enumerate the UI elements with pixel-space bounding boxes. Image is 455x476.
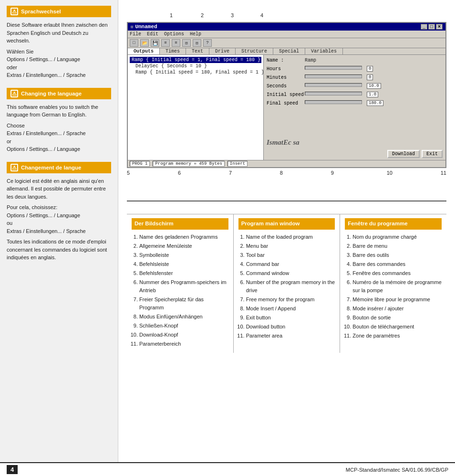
- callouts-bottom: 5 6 7 8 9 10 11: [127, 168, 446, 176]
- list-item: Freier Speicherplatz für das Programm: [139, 296, 228, 312]
- list-item: Free memory for the program: [246, 296, 335, 304]
- parameter-panel: Name : Ramp Hours 0: [264, 55, 445, 160]
- tree-item-1[interactable]: Ramp { Initial speed = 1, Final speed = …: [130, 57, 261, 63]
- list-item: Command window: [246, 269, 335, 277]
- list-item: Nummer des Programm-speichers im Antrieb: [139, 278, 228, 295]
- final-speed-row: Final speed 180.0: [267, 100, 443, 106]
- list-item: Bouton de sortie: [352, 314, 442, 322]
- ismatec-logo: IsmatEc sa: [267, 138, 300, 147]
- list-item: Command bar: [246, 260, 335, 268]
- tb-new[interactable]: □: [130, 39, 138, 47]
- diagram-tabs: Outputs Times Text Drive Structure Speci…: [128, 48, 445, 55]
- diagram-toolbar: □ 📂 💾 ≡ ≡ ⊡ ⊡ ?: [128, 38, 445, 48]
- sidebar-title-3: ⚠ Changement de langue: [7, 162, 111, 173]
- final-speed-slider[interactable]: 180.0: [305, 100, 443, 106]
- callout-1: 1: [170, 12, 173, 18]
- diagram-body: Ramp { Initial speed = 1, Final speed = …: [128, 55, 445, 160]
- download-button[interactable]: Download: [387, 150, 420, 158]
- minutes-slider[interactable]: 0: [305, 74, 443, 80]
- list-item: Mémoire libre pour le programme: [352, 296, 442, 304]
- section-divider: [127, 201, 446, 201]
- menu-options[interactable]: Options: [164, 32, 184, 37]
- hours-row: Hours 0: [267, 66, 443, 72]
- sidebar: ⚠ Sprachwechsel Diese Software erlaubt I…: [0, 0, 118, 462]
- seconds-row: Seconds 10.0: [267, 83, 443, 89]
- tab-drive[interactable]: Drive: [209, 48, 236, 54]
- titlebar-buttons: _ □ ×: [421, 24, 443, 30]
- tab-outputs[interactable]: Outputs: [128, 48, 160, 54]
- tab-structure[interactable]: Structure: [236, 48, 273, 54]
- seconds-slider[interactable]: 10.0: [305, 83, 443, 89]
- bottom-title-en: Program main window: [238, 218, 335, 230]
- tree-item-2[interactable]: DelaySec { Seconds = 10 }: [130, 63, 261, 69]
- callout-10: 10: [387, 170, 393, 176]
- list-item: Numéro de la mémoire de programme sur la…: [352, 278, 442, 295]
- callout-4: 4: [260, 12, 263, 18]
- tb-save[interactable]: 💾: [151, 39, 159, 47]
- tb-help[interactable]: ?: [203, 39, 212, 47]
- list-item: Parameter area: [246, 332, 335, 340]
- list-item: Barre des commandes: [352, 260, 442, 268]
- list-item: Befehlsfenster: [139, 269, 228, 277]
- tab-variables[interactable]: Variables: [305, 48, 343, 54]
- list-item: Number of the program memory in the driv…: [246, 278, 335, 295]
- name-row: Name : Ramp: [267, 58, 443, 63]
- diagram-statusbar: PROG 1 Program memory = 459 Bytes Insert: [128, 160, 445, 167]
- menu-edit[interactable]: Edit: [147, 32, 158, 37]
- list-item: Mode insérer / ajouter: [352, 305, 442, 313]
- tab-times[interactable]: Times: [160, 48, 186, 54]
- warning-icon-3: ⚠: [10, 164, 18, 171]
- hours-slider[interactable]: 0: [305, 66, 443, 72]
- minutes-label: Minutes: [267, 75, 305, 80]
- sidebar-title-1: ⚠ Sprachwechsel: [7, 6, 111, 17]
- maximize-button[interactable]: □: [428, 24, 435, 30]
- callout-3: 3: [231, 12, 234, 18]
- list-item: Bouton de téléchargement: [352, 323, 442, 331]
- callout-2: 2: [201, 12, 204, 18]
- top-section: ⚠ Sprachwechsel Diese Software erlaubt I…: [0, 0, 455, 462]
- tab-special[interactable]: Special: [273, 48, 305, 54]
- tb-b1[interactable]: ≡: [161, 39, 170, 47]
- tb-b3[interactable]: ⊡: [182, 39, 191, 47]
- menu-help[interactable]: Help: [190, 32, 201, 37]
- callout-5: 5: [127, 170, 130, 176]
- main-content: 1 2 3 4 ⊞ Unnamed _ □: [118, 0, 455, 462]
- list-item: Schließen-Knopf: [139, 322, 228, 330]
- list-item: Barre des outils: [352, 251, 442, 259]
- page-number: 4: [7, 465, 18, 474]
- page-container: ⚠ Sprachwechsel Diese Software erlaubt I…: [0, 0, 455, 476]
- status-mode: Insert: [228, 161, 248, 167]
- exit-button[interactable]: Exit: [422, 150, 443, 158]
- callout-8: 8: [280, 170, 283, 176]
- diagram-title: Unnamed: [135, 24, 157, 30]
- footer-reference: MCP-Standard/Ismatec SA/01.06.99/CB/GP: [346, 467, 448, 473]
- bottom-col-en: Program main window Name of the loaded p…: [234, 214, 341, 353]
- close-button[interactable]: ×: [436, 24, 443, 30]
- minimize-button[interactable]: _: [421, 24, 427, 30]
- tb-open[interactable]: 📂: [140, 39, 149, 47]
- tb-b2[interactable]: ≡: [172, 39, 180, 47]
- sidebar-section-1: ⚠ Sprachwechsel Diese Software erlaubt I…: [7, 6, 111, 79]
- initial-speed-slider[interactable]: 1.0: [305, 92, 443, 97]
- tab-text[interactable]: Text: [186, 48, 209, 54]
- minutes-row: Minutes 0: [267, 74, 443, 80]
- callout-11: 11: [441, 170, 446, 176]
- tb-b4[interactable]: ⊡: [193, 39, 201, 47]
- diagram-titlebar: ⊞ Unnamed _ □ ×: [128, 23, 445, 31]
- list-item: Download button: [246, 323, 335, 331]
- initial-speed-row: Initial speed 1.0: [267, 92, 443, 97]
- tree-item-3[interactable]: Ramp { Initial speed = 180, Final speed …: [130, 69, 261, 75]
- callout-6: 6: [178, 170, 181, 176]
- status-memory: Program memory = 459 Bytes: [153, 161, 224, 167]
- list-item: Allgemeine Menüleiste: [139, 242, 228, 250]
- callout-9: 9: [331, 170, 334, 176]
- list-en: Name of the loaded program Menu bar Tool…: [238, 233, 335, 340]
- bottom-title-fr: Fenêtre du programme: [345, 218, 442, 230]
- diagram-simulation: ⊞ Unnamed _ □ × File Edit Options: [127, 22, 446, 168]
- list-item: Menu bar: [246, 242, 335, 250]
- diagram-wrapper: 1 2 3 4 ⊞ Unnamed _ □: [127, 22, 446, 176]
- hours-label: Hours: [267, 66, 305, 72]
- menu-file[interactable]: File: [130, 32, 141, 37]
- warning-icon-2: ⚠: [10, 90, 18, 97]
- action-buttons: Download Exit: [387, 150, 443, 158]
